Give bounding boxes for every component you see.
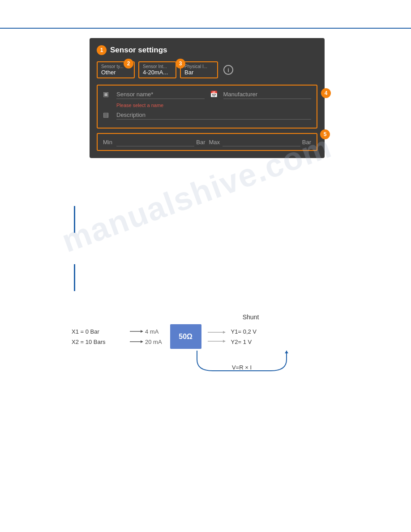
formula-arc-svg: V=R × I bbox=[172, 351, 311, 375]
badge-3: 3 bbox=[176, 59, 185, 69]
shunt-box: 50Ω bbox=[170, 324, 201, 349]
svg-marker-7 bbox=[223, 340, 226, 343]
diagram-left-labels: X1 = 0 Bar X2 = 10 Bars bbox=[72, 328, 125, 345]
x1-label: X1 = 0 Bar bbox=[72, 328, 125, 335]
top-divider bbox=[0, 28, 411, 29]
current2-label: 20 mA bbox=[145, 339, 162, 345]
panel-title-row: 1 Sensor settings bbox=[97, 45, 317, 55]
y2-label: Y2= 1 V bbox=[231, 339, 257, 345]
sensor-interface-value: 4-20mA... bbox=[143, 69, 172, 76]
sensor-interface-label: Sensor Int... bbox=[143, 64, 172, 69]
max-range-group: Max Bar bbox=[209, 137, 312, 146]
diagram-right-labels: Y1= 0,2 V Y2= 1 V bbox=[231, 328, 257, 345]
fields-section: ▣ 📅 Please select a name ▤ bbox=[97, 85, 317, 129]
sensor-interface-dropdown[interactable]: Sensor Int... 4-20mA... bbox=[138, 61, 176, 78]
svg-marker-5 bbox=[223, 331, 226, 334]
description-row: ▤ bbox=[103, 111, 311, 120]
left-bar-1 bbox=[74, 206, 75, 233]
sensor-name-input[interactable] bbox=[116, 90, 205, 99]
error-message: Please select a name bbox=[116, 103, 311, 108]
y1-arrow-svg bbox=[208, 330, 226, 335]
y2-arrow-row bbox=[208, 339, 226, 344]
y2-arrow-svg bbox=[208, 339, 226, 344]
panel-title: Sensor settings bbox=[110, 46, 167, 55]
current1-label: 4 mA bbox=[145, 328, 158, 335]
sensor-name-manufacturer-row: ▣ 📅 bbox=[103, 90, 311, 99]
dropdowns-row: 2 Sensor ty... Other 3 Sensor Int... 4-2… bbox=[97, 61, 317, 78]
physical-input-value: Bar bbox=[184, 69, 214, 76]
min-label: Min bbox=[103, 139, 116, 146]
shunt-title: Shunt bbox=[161, 313, 340, 321]
y1-arrow-row bbox=[208, 330, 226, 335]
x2-label: X2 = 10 Bars bbox=[72, 339, 125, 345]
sensor-name-icon: ▣ bbox=[103, 90, 111, 99]
sensor-type-value: Other bbox=[101, 69, 130, 76]
badge-2: 2 bbox=[124, 59, 133, 69]
physical-input-dropdown[interactable]: Physical I... Bar bbox=[180, 61, 218, 78]
sensor-settings-panel: 1 Sensor settings 2 Sensor ty... Other 3… bbox=[90, 38, 325, 158]
min-input[interactable] bbox=[116, 137, 194, 146]
current2-row: 20 mA bbox=[130, 339, 162, 345]
min-range-group: Min Bar bbox=[103, 137, 206, 146]
arrow1-svg bbox=[130, 329, 143, 334]
max-label: Max bbox=[209, 139, 223, 146]
left-bar-2 bbox=[74, 264, 75, 291]
physical-input-label: Physical I... bbox=[184, 64, 214, 69]
svg-marker-3 bbox=[141, 340, 143, 343]
svg-marker-10 bbox=[285, 351, 288, 353]
max-input[interactable] bbox=[223, 137, 300, 146]
range-section: 5 Min Bar Max Bar bbox=[97, 133, 317, 151]
current1-row: 4 mA bbox=[130, 328, 162, 335]
badge-1: 1 bbox=[97, 45, 107, 55]
y1-label: Y1= 0,2 V bbox=[231, 328, 257, 335]
svg-marker-1 bbox=[141, 330, 143, 333]
badge-5: 5 bbox=[320, 129, 330, 139]
manufacturer-input[interactable] bbox=[223, 90, 312, 99]
info-icon[interactable]: i bbox=[223, 65, 233, 75]
description-input[interactable] bbox=[116, 111, 311, 120]
manufacturer-icon: 📅 bbox=[210, 90, 218, 99]
diagram-area: Shunt X1 = 0 Bar X2 = 10 Bars 4 mA 20 mA bbox=[72, 313, 340, 375]
badge-4: 4 bbox=[321, 88, 331, 98]
svg-text:V=R × I: V=R × I bbox=[232, 364, 252, 371]
min-unit: Bar bbox=[196, 139, 205, 146]
arrow2-svg bbox=[130, 339, 143, 344]
max-unit: Bar bbox=[302, 139, 311, 146]
description-icon: ▤ bbox=[103, 111, 111, 119]
arc-formula-container: V=R × I bbox=[107, 351, 376, 375]
